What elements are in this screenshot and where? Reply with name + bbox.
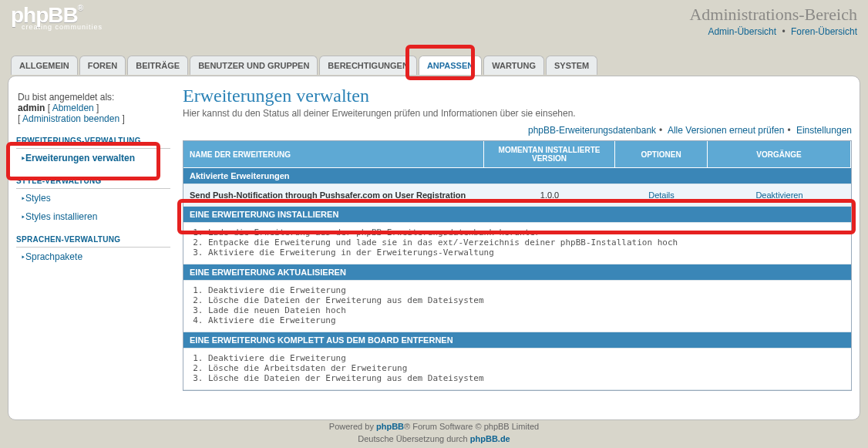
ext-details-link[interactable]: Details [648,190,675,200]
link-settings[interactable]: Einstellungen [796,125,852,136]
tab-anpassen[interactable]: ANPASSEN [419,56,482,75]
tab-benutzer-und-gruppen[interactable]: BENUTZER UND GRUPPEN [190,56,318,75]
link-admin-overview[interactable]: Admin-Übersicht [708,26,776,37]
logo: phpBB® creating communities [11,5,134,39]
sidebar-group-title: ERWEITERUNGS-VERWALTUNG [16,133,170,149]
ext-version: 1.0.0 [484,184,615,207]
section-active: Aktivierte Erweiterungen [183,168,851,184]
current-user: admin [18,103,45,113]
steps-install: Lade die Erweiterung aus der phpBB-Erwei… [194,227,843,258]
step-item: Deaktiviere die Erweiterung [208,285,843,295]
tab-system[interactable]: SYSTEM [546,56,597,75]
section-update: EINE ERWEITERUNG AKTUALISIEREN [183,264,851,281]
step-item: Lade die neuen Dateien hoch [208,305,843,315]
footer-phpbb[interactable]: phpBB [376,422,404,431]
th-name: NAME DER ERWEITERUNG [183,141,484,168]
footer-phpbbde[interactable]: phpBB.de [470,434,510,443]
content-sub: Hier kannst du den Status all deiner Erw… [183,108,852,119]
step-item: Lösche die Arbeitsdaten der Erweiterung [208,363,843,373]
tab-bar: ALLGEMEINFORENBEITRÄGEBENUTZER UND GRUPP… [11,56,857,77]
sidebar-group-title: STYLE-VERWALTUNG [16,173,170,189]
sidebar-item[interactable]: Styles installieren [16,207,170,226]
extensions-table: NAME DER ERWEITERUNG MOMENTAN INSTALLIER… [183,140,852,391]
logged-in-label: Du bist angemeldet als: [18,92,114,103]
footer: Powered by phpBB® Forum Software © phpBB… [0,421,868,445]
section-remove: EINE ERWEITERUNG KOMPLETT AUS DEM BOARD … [183,332,851,349]
th-version: MOMENTAN INSTALLIERTE VERSION [484,141,615,168]
sidebar: Du bist angemeldet als: admin [ Abmelden… [16,86,170,266]
footer-l1c: ® Forum Software © phpBB Limited [404,422,539,431]
step-item: Deaktiviere die Erweiterung [208,353,843,363]
step-item: Entpacke die Erweiterung und lade sie in… [208,237,843,248]
sidebar-item[interactable]: Styles [16,189,170,207]
logo-reg: ® [78,4,82,12]
main-panel: Du bist angemeldet als: admin [ Abmelden… [8,76,860,420]
tab-beiträge[interactable]: BEITRÄGE [127,56,188,75]
step-item: Lösche die Dateien der Erweiterung aus d… [208,295,843,305]
steps-update: Deaktiviere die ErweiterungLösche die Da… [194,285,843,325]
th-actions: VORGÄNGE [708,141,851,168]
tab-wartung[interactable]: WARTUNG [483,56,544,75]
header: phpBB® creating communities Administrati… [0,0,868,42]
step-item: Aktiviere die Erweiterung in der Erweite… [208,248,843,258]
sidebar-item[interactable]: Erweiterungen verwalten [16,149,170,167]
link-ext-db[interactable]: phpBB-Erweiterungsdatenbank [528,125,656,136]
logout-link[interactable]: Abmelden [52,103,94,113]
tab-berechtigungen[interactable]: BERECHTIGUNGEN [319,56,417,75]
sidebar-group-title: SPRACHEN-VERWALTUNG [16,232,170,248]
sidebar-item[interactable]: Sprachpakete [16,248,170,266]
logo-subtitle: creating communities [11,23,134,31]
login-info: Du bist angemeldet als: admin [ Abmelden… [16,86,170,124]
tab-allgemein[interactable]: ALLGEMEIN [11,56,78,75]
section-install: EINE ERWEITERUNG INSTALLIEREN [183,207,851,223]
ext-name: Send Push-Notification through Pushsafer… [183,184,484,207]
steps-remove: Deaktiviere die ErweiterungLösche die Ar… [194,353,843,383]
content-heading: Erweiterungen verwalten [183,86,852,106]
content-top-links: phpBB-Erweiterungsdatenbank• Alle Versio… [183,125,852,136]
end-admin-link[interactable]: Administration beenden [22,113,119,124]
separator-dot: • [779,26,788,37]
footer-l1a: Powered by [329,422,376,431]
ext-deactivate-link[interactable]: Deaktivieren [755,190,802,200]
link-recheck[interactable]: Alle Versionen erneut prüfen [668,125,784,136]
th-options: OPTIONEN [615,141,708,168]
content: Erweiterungen verwalten Hier kannst du d… [183,86,852,391]
step-item: Lade die Erweiterung aus der phpBB-Erwei… [208,227,843,237]
step-item: Aktiviere die Erweiterung [208,315,843,325]
page-title: Administrations-Bereich [689,5,857,25]
footer-l2a: Deutsche Übersetzung durch [358,434,470,443]
step-item: Lösche die Dateien der Erweiterung aus d… [208,373,843,383]
link-forum-overview[interactable]: Foren-Übersicht [791,26,857,37]
tab-foren[interactable]: FOREN [79,56,126,75]
